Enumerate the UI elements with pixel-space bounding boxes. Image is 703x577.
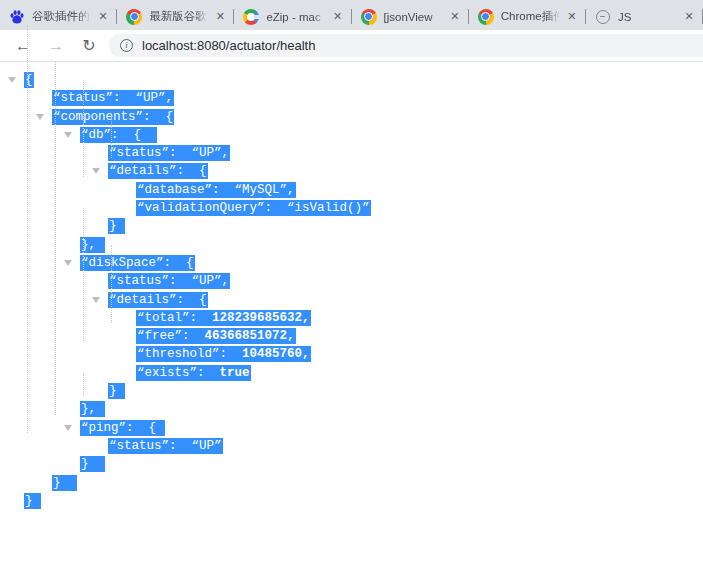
chrome-favicon-icon (361, 9, 377, 25)
forward-button[interactable]: → (43, 33, 69, 59)
address-bar[interactable]: i localhost:8080/actuator/health (109, 34, 703, 57)
json-literal-value: true (220, 366, 250, 380)
reload-button[interactable]: ↻ (76, 33, 102, 59)
json-line: “details”: { (0, 291, 703, 309)
tab[interactable]: JS✕ (586, 3, 703, 30)
tree-guide-line (83, 373, 84, 396)
json-line: } (0, 217, 703, 235)
tab[interactable]: eZip - mac✕ (234, 3, 351, 30)
json-line: } (0, 382, 703, 400)
json-line: “components”: { (0, 108, 703, 126)
selected-json-text: “status”: “UP” (108, 438, 223, 454)
selected-json-text: “exists”: true (136, 365, 251, 381)
tree-guide-line (111, 245, 112, 323)
tab-close-icon[interactable]: ✕ (447, 9, 463, 25)
chrome-favicon-icon (478, 9, 494, 25)
tab[interactable]: Chrome插件✕ (469, 3, 586, 30)
tab-title: Chrome插件 (501, 9, 562, 24)
url-text: localhost:8080/actuator/health (142, 38, 315, 53)
json-viewer: {“status”: “UP”,“components”: {“db”: { “… (0, 62, 703, 576)
selected-json-text: “components”: { (52, 109, 174, 125)
selected-json-text: “status”: “UP”, (52, 90, 174, 106)
json-line: “diskSpace”: { (0, 254, 703, 272)
collapse-arrow-icon[interactable] (36, 114, 44, 120)
json-line: “threshold”: 10485760, (0, 345, 703, 363)
selected-json-text: “ping”: { (80, 420, 165, 436)
json-line: }, (0, 400, 703, 418)
selected-json-text: “database”: “MySQL”, (136, 182, 296, 198)
tab-strip: 谷歌插件的✕最新版谷歌✕eZip - mac✕[jsonView✕Chrome插… (0, 0, 703, 30)
selected-json-text: } (52, 475, 77, 491)
selected-json-text: “details”: { (108, 292, 208, 308)
selected-json-text: } (108, 218, 125, 234)
selected-json-text: “db”: { (80, 127, 157, 143)
chrome-favicon-icon (126, 9, 142, 25)
collapse-arrow-icon[interactable] (64, 425, 72, 431)
tab[interactable]: [jsonView✕ (352, 3, 469, 30)
json-line: “ping”: { (0, 419, 703, 437)
selected-json-text: “total”: 128239685632, (136, 310, 311, 326)
json-line: “free”: 46366851072, (0, 327, 703, 345)
tree-guide-line (55, 62, 56, 415)
collapse-arrow-icon[interactable] (64, 260, 72, 266)
selected-json-text: } (24, 493, 41, 509)
selected-json-text: “status”: “UP”, (108, 145, 230, 161)
json-line: “status”: “UP”, (0, 144, 703, 162)
collapse-arrow-icon[interactable] (8, 77, 16, 83)
tab-close-icon[interactable]: ✕ (95, 9, 111, 25)
tab[interactable]: 谷歌插件的✕ (0, 3, 117, 30)
baidu-favicon-icon (9, 9, 25, 25)
selected-json-text: } (108, 383, 125, 399)
tree-guide-line (83, 80, 84, 177)
json-line: “status”: “UP”, (0, 89, 703, 107)
generic-favicon-icon (596, 10, 610, 24)
json-line: { (0, 71, 703, 89)
json-line: “total”: 128239685632, (0, 309, 703, 327)
page-info-icon[interactable]: i (120, 39, 133, 52)
selected-json-text: } (80, 456, 105, 472)
tab-title: 谷歌插件的 (32, 9, 93, 24)
json-line: “details”: { (0, 162, 703, 180)
tree-guide-line (27, 25, 28, 433)
collapse-arrow-icon[interactable] (64, 132, 72, 138)
collapse-arrow-icon[interactable] (92, 297, 100, 303)
selected-json-text: “free”: 46366851072, (136, 328, 296, 344)
json-line: “exists”: true (0, 364, 703, 382)
selected-json-text: { (24, 72, 34, 88)
tab-close-icon[interactable]: ✕ (681, 9, 697, 25)
tab-title: JS (618, 11, 679, 23)
selected-json-text: “details”: { (108, 163, 208, 179)
json-line: } (0, 455, 703, 473)
browser-window: 谷歌插件的✕最新版谷歌✕eZip - mac✕[jsonView✕Chrome插… (0, 0, 703, 576)
json-literal-value: 46366851072, (205, 329, 295, 343)
back-button[interactable]: ← (10, 33, 36, 59)
selected-json-text: “validationQuery”: “isValid()” (136, 200, 371, 216)
tree-guide-line (83, 208, 84, 341)
tab-title: [jsonView (384, 11, 445, 23)
json-line: “db”: { (0, 126, 703, 144)
tree-guide-line (111, 116, 112, 158)
json-line: }, (0, 236, 703, 254)
tab-close-icon[interactable]: ✕ (330, 9, 346, 25)
browser-toolbar: ← → ↻ i localhost:8080/actuator/health (0, 30, 703, 62)
selected-json-text: “diskSpace”: { (80, 255, 195, 271)
json-line: } (0, 492, 703, 510)
ezip-favicon-icon (243, 9, 259, 25)
json-line: “status”: “UP” (0, 437, 703, 455)
json-line: “status”: “UP”, (0, 272, 703, 290)
tab-title: eZip - mac (266, 11, 327, 23)
json-line: “database”: “MySQL”, (0, 181, 703, 199)
tab-title: 最新版谷歌 (149, 9, 210, 24)
json-literal-value: 128239685632, (212, 311, 310, 325)
json-line: “validationQuery”: “isValid()” (0, 199, 703, 217)
collapse-arrow-icon[interactable] (92, 168, 100, 174)
tab[interactable]: 最新版谷歌✕ (117, 3, 234, 30)
json-literal-value: 10485760, (242, 347, 310, 361)
tab-close-icon[interactable]: ✕ (564, 9, 580, 25)
selected-json-text: “threshold”: 10485760, (136, 346, 311, 362)
json-line: } (0, 474, 703, 492)
selected-json-text: “status”: “UP”, (108, 273, 230, 289)
tab-close-icon[interactable]: ✕ (212, 9, 228, 25)
selected-json-text: }, (80, 401, 105, 417)
